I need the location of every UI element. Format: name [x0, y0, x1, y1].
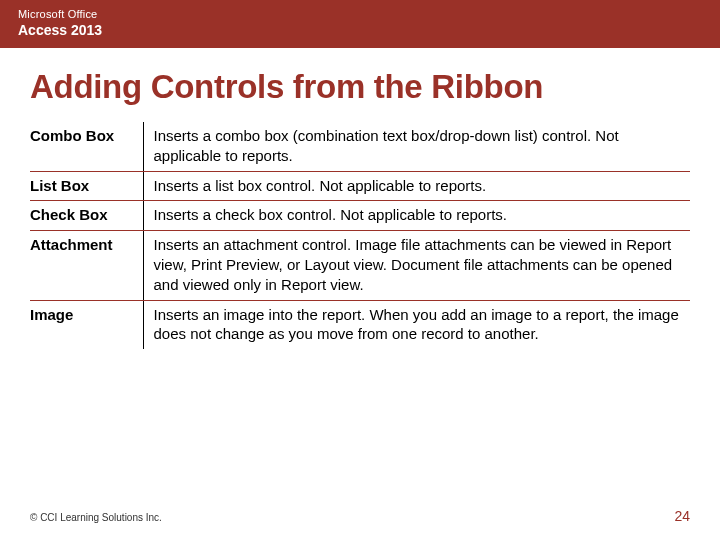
header-brand: Microsoft Office	[18, 8, 702, 20]
header-product: Access 2013	[18, 22, 702, 38]
term-cell: Combo Box	[30, 122, 143, 171]
slide: Microsoft Office Access 2013 Adding Cont…	[0, 0, 720, 540]
desc-cell: Inserts a check box control. Not applica…	[143, 201, 690, 231]
table-row: List Box Inserts a list box control. Not…	[30, 171, 690, 201]
content-area: Combo Box Inserts a combo box (combinati…	[0, 122, 720, 349]
table-row: Combo Box Inserts a combo box (combinati…	[30, 122, 690, 171]
table-row: Check Box Inserts a check box control. N…	[30, 201, 690, 231]
term-cell: Attachment	[30, 231, 143, 300]
term-cell: Check Box	[30, 201, 143, 231]
table-row: Attachment Inserts an attachment control…	[30, 231, 690, 300]
desc-cell: Inserts an attachment control. Image fil…	[143, 231, 690, 300]
footer: © CCI Learning Solutions Inc. 24	[0, 508, 720, 524]
page-title: Adding Controls from the Ribbon	[0, 48, 720, 122]
controls-table: Combo Box Inserts a combo box (combinati…	[30, 122, 690, 349]
desc-cell: Inserts a list box control. Not applicab…	[143, 171, 690, 201]
desc-cell: Inserts an image into the report. When y…	[143, 300, 690, 349]
table-row: Image Inserts an image into the report. …	[30, 300, 690, 349]
term-cell: Image	[30, 300, 143, 349]
term-cell: List Box	[30, 171, 143, 201]
footer-copyright: © CCI Learning Solutions Inc.	[30, 512, 162, 523]
header-bar: Microsoft Office Access 2013	[0, 0, 720, 48]
footer-page-number: 24	[674, 508, 690, 524]
desc-cell: Inserts a combo box (combination text bo…	[143, 122, 690, 171]
